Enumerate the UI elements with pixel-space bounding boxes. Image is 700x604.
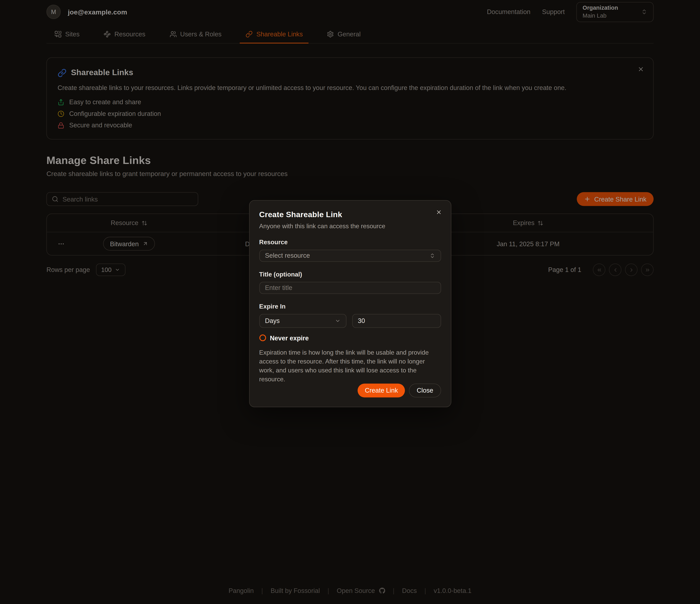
expire-field-label: Expire In xyxy=(259,303,441,310)
chevron-down-icon xyxy=(334,318,340,323)
expiration-description: Expiration time is how long the link wil… xyxy=(259,348,441,384)
modal-title: Create Shareable Link xyxy=(259,210,441,219)
create-link-button[interactable]: Create Link xyxy=(358,384,405,397)
radio-icon xyxy=(259,335,266,341)
expire-value-input[interactable] xyxy=(352,314,441,328)
never-expire-option[interactable]: Never expire xyxy=(259,335,441,342)
resource-select[interactable]: Select resource xyxy=(259,250,441,262)
resource-field-label: Resource xyxy=(259,238,441,246)
create-link-modal: Create Shareable Link Anyone with this l… xyxy=(249,200,451,407)
expire-unit-select[interactable]: Days xyxy=(259,314,346,328)
title-field-label: Title (optional) xyxy=(259,270,441,278)
resource-select-value: Select resource xyxy=(265,252,310,259)
close-button[interactable]: Close xyxy=(409,384,441,397)
expire-unit-value: Days xyxy=(265,317,280,324)
title-input[interactable] xyxy=(259,282,441,294)
modal-subtitle: Anyone with this link can access the res… xyxy=(259,222,441,230)
app-root: M joe@example.com Documentation Support … xyxy=(0,2,700,604)
modal-close-icon[interactable] xyxy=(434,207,444,217)
never-expire-label: Never expire xyxy=(270,335,309,342)
chevrons-up-down-icon xyxy=(429,253,435,259)
